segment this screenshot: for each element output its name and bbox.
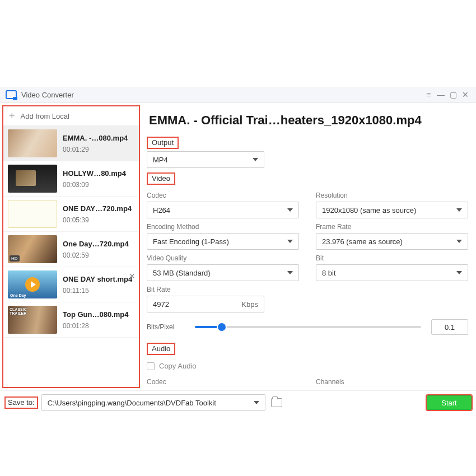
menu-icon[interactable]: ≡ [423, 90, 433, 99]
save-to-label: Save to: [4, 396, 38, 409]
output-format-select[interactable]: MP4 [147, 151, 264, 168]
thumbnail-icon: One Day [8, 270, 57, 298]
bitrate-label: Bit Rate [147, 286, 468, 293]
start-button[interactable]: Start [427, 395, 472, 410]
file-duration: 00:11:15 [63, 287, 132, 295]
file-name: EMMA. -…080.mp4 [63, 134, 128, 142]
chevron-down-icon [456, 240, 462, 243]
audio-codec-label: Codec [147, 378, 299, 386]
chevron-down-icon [456, 208, 462, 212]
framerate-select[interactable]: 23.976 (same as source) [316, 233, 468, 250]
file-duration: 00:02:59 [63, 251, 129, 259]
browse-folder-icon[interactable] [271, 398, 282, 407]
file-name: Top Gun…080.mp4 [63, 310, 129, 319]
bpp-label: Bits/Pixel [147, 323, 185, 331]
resolution-label: Resolution [316, 192, 468, 199]
bpp-slider[interactable] [195, 322, 421, 332]
thumbnail-icon [8, 306, 57, 334]
bitrate-input[interactable]: 4972Kbps [147, 296, 264, 312]
file-name: ONE DAY short.mp4 [63, 275, 132, 283]
file-sidebar: + Add from Local EMMA. -…080.mp400:01:29… [2, 105, 140, 388]
bit-select[interactable]: 8 bit [316, 264, 468, 281]
codec-select[interactable]: H264 [147, 202, 299, 218]
add-from-local-button[interactable]: + Add from Local [3, 106, 139, 126]
add-local-label: Add from Local [21, 112, 69, 120]
section-output: Output [147, 137, 179, 149]
file-item[interactable]: Top Gun…080.mp400:01:28 [3, 302, 139, 338]
file-duration: 00:05:39 [63, 216, 132, 224]
checkbox-icon[interactable] [147, 362, 155, 370]
current-file-title: EMMA. - Official Trai…heaters_1920x1080.… [149, 113, 468, 128]
chevron-down-icon [253, 158, 258, 161]
thumbnail-icon [8, 129, 57, 157]
maximize-icon[interactable]: ▢ [448, 90, 458, 99]
section-audio: Audio [147, 343, 175, 355]
framerate-label: Frame Rate [316, 223, 468, 231]
encoding-select[interactable]: Fast Encoding (1-Pass) [147, 233, 299, 250]
close-icon[interactable]: ✕ [460, 90, 470, 99]
bpp-value[interactable]: 0.1 [431, 319, 468, 335]
file-item[interactable]: One Day ONE DAY short.mp400:11:15 ✕ [3, 267, 139, 302]
plus-icon: + [9, 111, 15, 121]
file-name: One Day…720.mp4 [63, 240, 129, 248]
resolution-select[interactable]: 1920x1080 (same as source) [316, 202, 468, 218]
slider-knob-icon[interactable] [218, 323, 226, 331]
file-name: HOLLYW…80.mp4 [63, 169, 126, 178]
thumbnail-icon [8, 200, 57, 228]
footer-bar: Save to: C:\Users\pingping.wang\Document… [0, 390, 476, 414]
chevron-down-icon [287, 271, 293, 274]
save-path-select[interactable]: C:\Users\pingping.wang\Documents\DVDFab … [41, 394, 265, 411]
chevron-down-icon [287, 208, 293, 212]
copy-audio-checkbox[interactable]: Copy Audio [147, 362, 468, 370]
quality-select[interactable]: 53 MB (Standard) [147, 264, 299, 281]
chevron-down-icon [254, 401, 259, 404]
remove-file-icon[interactable]: ✕ [129, 272, 136, 281]
bit-label: Bit [316, 254, 468, 262]
section-video: Video [147, 172, 175, 185]
quality-label: Video Quality [147, 254, 299, 262]
thumbnail-icon [8, 235, 57, 263]
file-duration: 00:03:09 [63, 181, 126, 189]
file-name: ONE DAY…720.mp4 [63, 204, 132, 213]
encoding-label: Encoding Method [147, 223, 299, 231]
titlebar: Video Converter ≡ — ▢ ✕ [0, 87, 476, 103]
app-title: Video Converter [21, 91, 74, 99]
channels-label: Channels [316, 378, 468, 386]
file-duration: 00:01:28 [63, 322, 129, 330]
file-item[interactable]: EMMA. -…080.mp400:01:29 [3, 126, 139, 161]
minimize-icon[interactable]: — [436, 90, 446, 99]
file-item[interactable]: ONE DAY…720.mp400:05:39 [3, 197, 139, 232]
app-logo-icon [6, 90, 17, 99]
bitrate-unit: Kbps [241, 300, 258, 309]
chevron-down-icon [287, 240, 293, 243]
chevron-down-icon [456, 271, 462, 274]
file-item[interactable]: One Day…720.mp400:02:59 [3, 232, 139, 267]
file-duration: 00:01:29 [63, 146, 128, 153]
codec-label: Codec [147, 192, 299, 199]
settings-panel: EMMA. - Official Trai…heaters_1920x1080.… [143, 103, 476, 388]
thumbnail-icon [8, 165, 57, 193]
file-item[interactable]: HOLLYW…80.mp400:03:09 [3, 161, 139, 197]
